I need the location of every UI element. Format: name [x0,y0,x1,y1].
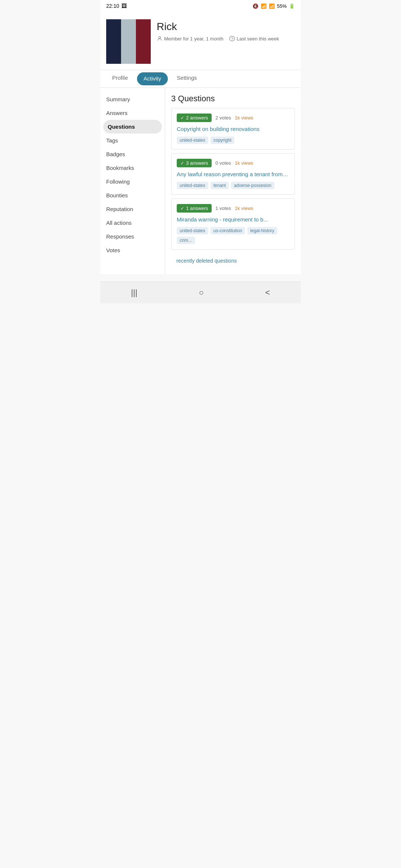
tag-crim[interactable]: crim... [177,237,195,244]
sidebar: Summary Answers Questions Tags Badges Bo… [100,88,165,274]
time-display: 22:10 [106,3,119,9]
question-meta-1: ✓ 2 answers 2 votes 1k views [177,114,289,122]
question-meta-2: ✓ 3 answers 0 votes 1k views [177,159,289,167]
profile-name: Rick [157,21,295,33]
wifi-icon: 📶 [261,3,267,9]
tag-united-states-2[interactable]: united-states [177,182,208,189]
tags-row-2: united-states tenant adverse-possesion [177,182,289,189]
question-card-2[interactable]: ✓ 3 answers 0 votes 1k views Any lawful … [171,153,295,195]
tab-settings[interactable]: Settings [171,70,203,88]
profile-info: Rick Member for 1 year, 1 month · Last s… [157,19,295,42]
avatar-stripe-red [136,19,151,64]
svg-point-0 [159,37,160,39]
tag-united-states-1[interactable]: united-states [177,137,208,144]
answers-badge-3: ✓ 1 answers [177,204,212,213]
main-content: Summary Answers Questions Tags Badges Bo… [100,88,301,274]
sidebar-item-following[interactable]: Following [100,175,165,188]
nav-back-button[interactable]: < [265,288,270,297]
battery-display: 55% [277,3,287,9]
tag-legal-history[interactable]: legal-history [247,227,277,234]
views-count-3: 1k views [235,206,253,211]
question-card-1[interactable]: ✓ 2 answers 2 votes 1k views Copyright o… [171,108,295,149]
sidebar-item-votes[interactable]: Votes [100,243,165,257]
tag-adverse-possesion[interactable]: adverse-possesion [231,182,274,189]
profile-meta: Member for 1 year, 1 month · Last seen t… [157,36,295,42]
question-card-3[interactable]: ✓ 1 answers 1 votes 1k views Miranda war… [171,198,295,250]
tags-row-3: united-states us-constitution legal-hist… [177,227,289,244]
last-seen-text: Last seen this week [237,36,279,42]
avatar [106,19,151,64]
answers-count-2: 3 answers [186,160,208,166]
sidebar-item-bounties[interactable]: Bounties [100,188,165,202]
sidebar-item-bookmarks[interactable]: Bookmarks [100,161,165,175]
member-since: Member for 1 year, 1 month [157,36,224,42]
sidebar-item-reputation[interactable]: Reputation [100,202,165,216]
answers-badge-1: ✓ 2 answers [177,114,212,122]
answers-count-3: 1 answers [186,206,208,211]
tag-tenant[interactable]: tenant [211,182,229,189]
tag-copyright[interactable]: copyright [211,137,235,144]
profile-header: Rick Member for 1 year, 1 month · Last s… [100,12,301,70]
check-icon-3: ✓ [180,206,184,211]
tag-united-states-3[interactable]: united-states [177,227,208,234]
sidebar-item-questions[interactable]: Questions [103,120,162,134]
signal-icon: 📶 [269,3,275,9]
tag-us-constitution[interactable]: us-constitution [211,227,245,234]
image-icon: 🖼 [121,3,127,9]
content-area: 3 Questions ✓ 2 answers 2 votes 1k views… [165,88,301,274]
bottom-nav: ||| ○ < [100,282,301,303]
last-seen: Last seen this week [229,36,279,42]
views-count-2: 1k views [235,160,253,166]
sidebar-item-tags[interactable]: Tags [100,134,165,147]
mute-icon: 🔇 [252,3,258,9]
tab-bar: Profile Activity Settings [100,70,301,88]
views-count-1: 1k views [235,115,253,121]
votes-count-2: 0 votes [215,160,231,166]
votes-count-1: 2 votes [215,115,231,121]
sidebar-item-summary[interactable]: Summary [100,92,165,106]
nav-menu-button[interactable]: ||| [131,288,137,297]
member-info-text: Member for 1 year, 1 month [164,36,224,42]
votes-count-3: 1 votes [215,206,231,211]
sidebar-item-badges[interactable]: Badges [100,147,165,161]
question-title-3[interactable]: Miranda warning - requirement to b... [177,216,289,223]
nav-home-button[interactable]: ○ [199,288,204,297]
question-title-2[interactable]: Any lawful reason preventing a tenant fr… [177,170,289,178]
tab-profile[interactable]: Profile [106,70,134,88]
check-icon-1: ✓ [180,115,184,121]
tab-activity[interactable]: Activity [137,72,168,85]
sidebar-item-all-actions[interactable]: All actions [100,216,165,230]
answers-count-1: 2 answers [186,115,208,121]
battery-icon: 🔋 [289,3,295,9]
check-icon-2: ✓ [180,161,184,166]
question-meta-3: ✓ 1 answers 1 votes 1k views [177,204,289,213]
sidebar-item-answers[interactable]: Answers [100,106,165,120]
status-bar: 22:10 🖼 🔇 📶 📶 55% 🔋 [100,0,301,12]
status-left: 22:10 🖼 [106,3,127,9]
status-right: 🔇 📶 📶 55% 🔋 [252,3,295,9]
section-title: 3 Questions [171,94,295,103]
avatar-stripe-dark [106,19,121,64]
tags-row-1: united-states copyright [177,137,289,144]
question-title-1[interactable]: Copyright on building renovations [177,125,289,133]
answers-badge-2: ✓ 3 answers [177,159,212,167]
deleted-questions-link[interactable]: recently deleted questions [171,253,295,268]
avatar-stripe-light [121,19,136,64]
sidebar-item-responses[interactable]: Responses [100,230,165,243]
